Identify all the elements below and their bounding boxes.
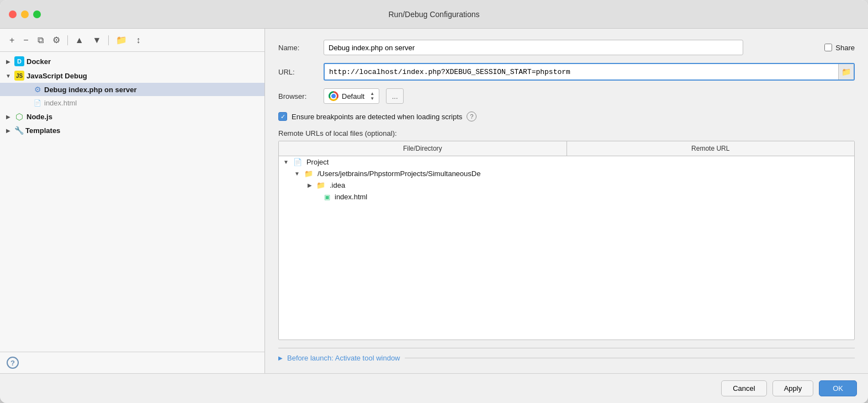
tree-item-jsdebug[interactable]: JS JavaScript Debug xyxy=(0,68,264,83)
debug-index-arrow xyxy=(23,86,31,93)
row-arrow: ▶ xyxy=(308,182,312,188)
before-launch: ▶ Before launch: Activate tool window xyxy=(278,348,855,362)
row-label: .idea xyxy=(330,181,345,189)
nodejs-icon: ⬡ xyxy=(14,112,24,121)
checkbox-row: ✓ Ensure breakpoints are detected when l… xyxy=(278,112,855,121)
index-html-arrow xyxy=(23,99,31,107)
row-label: Project xyxy=(306,158,329,166)
row-arrow: ▼ xyxy=(283,159,289,165)
browser-select[interactable]: Default ▲ ▼ xyxy=(324,88,379,104)
dialog-window: Run/Debug Configurations + − ⧉ ⚙ ▲ ▼ 📁 ↕ xyxy=(0,0,868,403)
folder-icon: 📁 xyxy=(316,181,325,189)
ok-button[interactable]: OK xyxy=(819,380,857,396)
chrome-icon xyxy=(329,91,338,101)
right-panel: Name: Share URL: 📁 Browser: xyxy=(265,29,868,373)
divider xyxy=(405,358,855,358)
checkbox-label: Ensure breakpoints are detected when loa… xyxy=(292,113,462,121)
before-launch-label: Before launch: Activate tool window xyxy=(287,354,400,362)
docker-icon: D xyxy=(14,56,24,66)
table-row[interactable]: ▣ index.html xyxy=(279,191,854,203)
row-label: index.html xyxy=(335,193,367,201)
row-icon: 📄 xyxy=(293,158,302,166)
templates-icon: 🔧 xyxy=(14,126,23,135)
config-icon: ⚙ xyxy=(33,85,42,94)
row-label: /Users/jetbrains/PhpstormProjects/Simult… xyxy=(317,169,481,178)
col-file: File/Directory xyxy=(279,141,567,156)
folder-button[interactable]: 📁 xyxy=(113,33,130,47)
add-config-button[interactable]: + xyxy=(7,34,17,47)
tree-item-debug-index[interactable]: ⚙ Debug index.php on server xyxy=(0,83,264,96)
cancel-button[interactable]: Cancel xyxy=(721,380,766,396)
remove-config-button[interactable]: − xyxy=(20,34,31,47)
url-label: URL: xyxy=(278,68,317,76)
dialog-title: Run/Debug Configurations xyxy=(389,10,480,19)
url-input-wrap: 📁 xyxy=(324,63,855,81)
share-section: Share xyxy=(824,44,855,52)
footer: Cancel Apply OK xyxy=(0,373,868,403)
docker-label: Docker xyxy=(27,57,51,66)
jsdebug-icon: JS xyxy=(14,71,24,81)
url-browse-button[interactable]: 📁 xyxy=(838,64,854,79)
nodejs-arrow xyxy=(4,113,12,120)
table-body: ▼ 📄 Project ▼ 📁 /Users/jetbrains/Phpstor… xyxy=(279,156,854,340)
settings-button[interactable]: ⚙ xyxy=(50,33,63,47)
table-row[interactable]: ▶ 📁 .idea xyxy=(279,179,854,191)
index-html-label: index.html xyxy=(44,99,77,107)
tree-item-nodejs[interactable]: ⬡ Node.js xyxy=(0,109,264,124)
html-icon: 📄 xyxy=(33,98,42,107)
file-table: File/Directory Remote URL ▼ 📄 Project ▼ xyxy=(278,141,855,340)
tree-item-templates[interactable]: 🔧 Templates xyxy=(0,124,264,137)
move-down-button[interactable]: ▼ xyxy=(90,34,104,47)
sort-button[interactable]: ↕ xyxy=(133,34,143,47)
remote-urls-label: Remote URLs of local files (optional): xyxy=(278,129,855,137)
docker-arrow xyxy=(4,57,12,65)
table-row[interactable]: ▼ 📁 /Users/jetbrains/PhpstormProjects/Si… xyxy=(279,168,854,179)
row-icon: ▣ xyxy=(324,193,330,201)
jsdebug-label: JavaScript Debug xyxy=(27,72,87,80)
copy-config-button[interactable]: ⧉ xyxy=(35,34,46,47)
toolbar: + − ⧉ ⚙ ▲ ▼ 📁 ↕ xyxy=(0,29,264,52)
tree-item-docker[interactable]: D Docker xyxy=(0,54,264,68)
browser-more-button[interactable]: ... xyxy=(386,88,404,104)
help-button[interactable]: ? xyxy=(7,357,19,369)
name-row: Name: Share xyxy=(278,40,855,55)
toolbar-separator xyxy=(67,35,68,45)
move-up-button[interactable]: ▲ xyxy=(72,34,87,47)
debug-index-label: Debug index.php on server xyxy=(44,86,137,94)
browser-value: Default xyxy=(342,92,364,100)
share-checkbox[interactable] xyxy=(824,44,832,51)
folder-icon: 📁 xyxy=(304,169,313,178)
select-arrows: ▲ ▼ xyxy=(370,92,374,101)
table-row[interactable]: ▼ 📄 Project xyxy=(279,156,854,168)
titlebar: Run/Debug Configurations xyxy=(0,0,868,29)
row-arrow: ▼ xyxy=(294,171,300,177)
templates-arrow xyxy=(4,126,12,134)
toolbar-separator-2 xyxy=(108,35,109,45)
main-content: + − ⧉ ⚙ ▲ ▼ 📁 ↕ D Docker xyxy=(0,29,868,373)
minimize-button[interactable] xyxy=(21,10,29,18)
url-row: URL: 📁 xyxy=(278,63,855,81)
templates-label: Templates xyxy=(25,126,60,135)
jsdebug-arrow xyxy=(4,72,12,79)
left-panel: + − ⧉ ⚙ ▲ ▼ 📁 ↕ D Docker xyxy=(0,29,265,373)
browser-row: Browser: Default ▲ ▼ ... xyxy=(278,88,855,104)
tree-item-index-html[interactable]: 📄 index.html xyxy=(0,96,264,109)
share-label: Share xyxy=(835,44,855,52)
config-tree: D Docker JS JavaScript Debug ⚙ Debug ind… xyxy=(0,52,264,352)
url-input[interactable] xyxy=(325,64,838,79)
breakpoints-checkbox[interactable]: ✓ xyxy=(278,112,287,121)
nodejs-label: Node.js xyxy=(27,113,52,121)
maximize-button[interactable] xyxy=(33,10,41,18)
window-controls xyxy=(9,10,41,18)
browser-label: Browser: xyxy=(278,92,317,100)
apply-button[interactable]: Apply xyxy=(772,380,814,396)
before-launch-arrow[interactable]: ▶ xyxy=(278,355,283,361)
name-label: Name: xyxy=(278,44,317,52)
table-header: File/Directory Remote URL xyxy=(279,141,854,156)
close-button[interactable] xyxy=(9,10,17,18)
remote-urls-section: Remote URLs of local files (optional): F… xyxy=(278,129,855,340)
bottom-bar: ? xyxy=(0,352,264,373)
name-input[interactable] xyxy=(324,40,743,55)
checkbox-help-icon[interactable]: ? xyxy=(467,112,477,121)
col-remote-url: Remote URL xyxy=(567,141,855,156)
